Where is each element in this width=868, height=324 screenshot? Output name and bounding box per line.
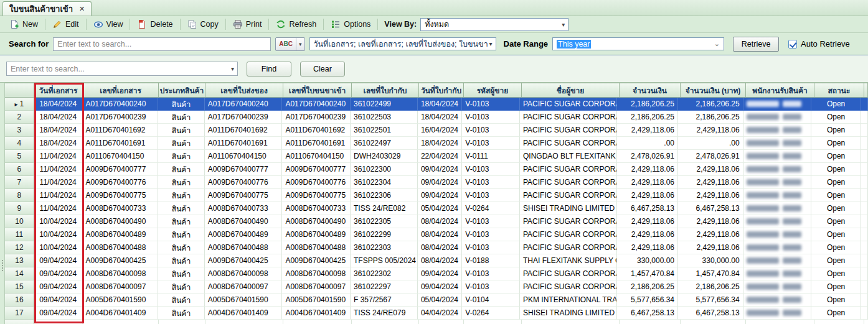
close-icon[interactable]: ✕ [79, 5, 85, 13]
column-header-import_no[interactable]: เลขที่ใบขนขาเข้า [283, 83, 352, 98]
cell-date: 09/04/2024 [34, 280, 83, 294]
table-row[interactable]: 1609/04/2024A005D670401590สินค้าA005D670… [5, 294, 868, 307]
auto-retrieve-label: Auto Retrieve [801, 39, 850, 49]
copy-button[interactable]: Copy [182, 17, 224, 31]
cell-doc_no: A011D670401692 [83, 124, 159, 137]
table-row[interactable]: 1010/04/2024A008D670400490สินค้าA008D670… [5, 215, 868, 228]
find-button[interactable]: Find [247, 62, 291, 76]
column-header-date[interactable]: วันที่เอกสาร [34, 83, 83, 98]
cell-employee [743, 137, 812, 150]
date-range-select[interactable]: This year ⌄ [552, 37, 724, 50]
cell-amount: 2,186,206.25 [617, 111, 678, 124]
cell-import_no: A017D670400240 [282, 98, 351, 111]
table-row[interactable]: 1409/04/2024A008D670400098สินค้าA008D670… [5, 267, 868, 280]
cell-doc_no: A004D670401409 [83, 307, 159, 320]
cell-amount: 2,186,206.25 [617, 280, 678, 294]
options-button[interactable]: Options [325, 17, 376, 31]
redacted-employee-name [747, 231, 779, 238]
refresh-button[interactable]: Refresh [270, 17, 322, 31]
cell-vendor_name: PACIFIC SUGAR CORPORA... [520, 124, 617, 137]
toolbar: NewEditViewDeleteCopyPrintRefreshOptions… [0, 16, 868, 33]
cell-amount: 2,429,118.06 [617, 163, 678, 176]
redacted-employee-name [747, 244, 779, 251]
column-header-doc_no[interactable]: เลขที่เอกสาร [83, 83, 159, 98]
table-row[interactable]: 1509/04/2024A008D670400097สินค้าA008D670… [5, 280, 868, 294]
cell-vendor_name: PACIFIC SUGAR CORPORA... [520, 111, 617, 124]
cell-vendor_code: V-0103 [462, 98, 520, 111]
cell-delivery_no: A005D670401590 [205, 294, 283, 307]
cell-employee [743, 267, 812, 280]
redacted-employee-name [747, 218, 779, 224]
table-row[interactable]: 611/04/2024A009D670400777สินค้าA009D6704… [5, 163, 868, 176]
toolbar-button-label: Refresh [289, 20, 316, 29]
print-button[interactable]: Print [227, 17, 268, 31]
column-header-amount_baht[interactable]: จำนวนเงิน (บาท) [681, 83, 746, 98]
table-row-partial [5, 320, 868, 324]
table-row[interactable]: 1110/04/2024A008D670400489สินค้าA008D670… [5, 228, 868, 241]
cell-invoice_no: 361022303 [351, 241, 418, 254]
cell-num: 16 [5, 294, 34, 307]
column-header-invoice_no[interactable]: เลขที่ใบกำกับ [352, 83, 419, 98]
focused-row-arrow-icon: ▸ [15, 101, 18, 108]
table-row[interactable]: 418/04/2024A011D670401691สินค้าA011D6704… [5, 137, 868, 150]
cell-import_no: A008D670400098 [282, 267, 351, 280]
redacted-employee-name [783, 101, 801, 107]
cell-filler [861, 307, 868, 320]
column-header-vendor_code[interactable]: รหัสผู้ขาย [464, 83, 522, 98]
cell-amount: 2,429,118.06 [617, 124, 678, 137]
cell-filler [861, 98, 868, 111]
table-row[interactable]: 811/04/2024A009D670400775สินค้าA009D6704… [5, 189, 868, 202]
table-row[interactable]: 911/04/2024A008D670400733สินค้าA008D6704… [5, 202, 868, 215]
cell-vendor_name: QINGDAO BLT FLEXITANK S... [520, 150, 617, 163]
column-header-vendor_name[interactable]: ชื่อผู้ขาย [522, 83, 620, 98]
cell-invoice_date: 18/04/2024 [418, 137, 463, 150]
retrieve-button[interactable]: Retrieve [733, 37, 779, 52]
data-grid: วันที่เอกสารเลขที่เอกสารประเภทสินค้าเลขท… [5, 83, 868, 324]
table-row[interactable]: 218/04/2024A017D670400239สินค้าA017D6704… [5, 111, 868, 124]
new-button[interactable]: New [4, 17, 44, 31]
delete-button[interactable]: Delete [131, 17, 178, 31]
auto-retrieve-checkbox[interactable] [788, 40, 797, 49]
search-input[interactable] [53, 37, 271, 51]
table-row[interactable]: 1210/04/2024A008D670400488สินค้าA008D670… [5, 241, 868, 254]
table-row[interactable]: 1709/04/2024A004D670401409สินค้าA004D670… [5, 307, 868, 320]
cell-num: 6 [5, 163, 34, 176]
column-header-num[interactable] [5, 83, 34, 98]
cell-amount_baht: 2,429,118.06 [678, 241, 743, 254]
cell-delivery_no: A009D670400777 [205, 163, 283, 176]
cell-invoice_no: 361022302 [351, 267, 418, 280]
toolbar-separator [225, 19, 226, 30]
cell-amount: 1,457,470.84 [617, 267, 678, 280]
view-by-select[interactable]: ทั้งหมด ▾ [420, 18, 568, 31]
cell-employee [743, 215, 812, 228]
table-row[interactable]: 1309/04/2024A009D670400425สินค้าA009D670… [5, 254, 868, 267]
edit-button[interactable]: Edit [47, 17, 85, 31]
table-row[interactable]: 318/04/2024A011D670401692สินค้าA011D6704… [5, 124, 868, 137]
redacted-employee-name [747, 310, 779, 316]
table-row[interactable]: ▸118/04/2024A017D670400240สินค้าA017D670… [5, 98, 868, 111]
table-row[interactable]: 711/04/2024A009D670400776สินค้าA009D6704… [5, 176, 868, 189]
cell-amount_baht: 2,429,118.06 [678, 228, 743, 241]
chevron-down-icon[interactable]: ▾ [296, 38, 304, 50]
clear-button[interactable]: Clear [300, 62, 345, 76]
splitter-handle[interactable] [0, 83, 5, 324]
column-header-status[interactable]: สถานะ [814, 83, 864, 98]
column-header-amount[interactable]: จำนวนเงิน [620, 83, 681, 98]
cell-invoice_date: 09/04/2024 [418, 163, 463, 176]
search-fields-select[interactable]: วันที่เอกสาร; เลขที่เอกสาร; เลขที่ใบส่งข… [309, 37, 496, 50]
column-header-invoice_date[interactable]: วันที่ใบกำกับ [419, 83, 464, 98]
view-button[interactable]: View [88, 17, 129, 31]
find-input[interactable]: Enter text to search... ▾ [6, 62, 238, 76]
cell-type: สินค้า [158, 215, 205, 228]
column-header-delivery_no[interactable]: เลขที่ใบส่งของ [205, 83, 283, 98]
cell-vendor_code: V-0103 [462, 163, 520, 176]
cell-filler [861, 241, 868, 254]
table-row[interactable]: 511/04/2024A0110670404150สินค้าA01106704… [5, 150, 868, 163]
match-case-button[interactable]: ABC ▾ [275, 37, 304, 51]
cell-status: Open [811, 189, 861, 202]
cell-num: 15 [5, 280, 34, 294]
column-header-employee[interactable]: พนักงานรับสินค้า [746, 83, 814, 98]
cell-employee [743, 307, 812, 320]
tab-import-declaration[interactable]: ใบขนสินค้าขาเข้า ✕ [2, 1, 92, 16]
column-header-type[interactable]: ประเภทสินค้า [159, 83, 205, 98]
